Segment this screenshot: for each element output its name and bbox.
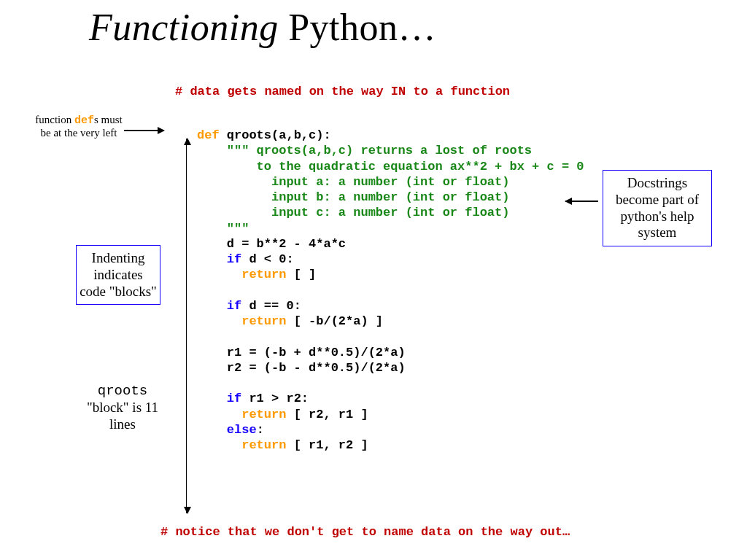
kw-def: def [197, 128, 220, 142]
def-placement-note: function defs must be at the very left [35, 114, 123, 140]
docstring-line: input a: a number (int or float) [197, 175, 509, 189]
kw-else: else [227, 423, 257, 437]
docstring-line: input b: a number (int or float) [197, 190, 509, 204]
docstring-end: """ [197, 222, 249, 236]
kw-if: if [227, 299, 241, 313]
indent [197, 408, 241, 421]
kw-return: return [241, 438, 286, 452]
indent [197, 299, 227, 313]
docstring-callout: Docstrings become part of python's help … [603, 170, 712, 246]
code-line: r1 = (-b + d**0.5)/(2*a) [197, 346, 406, 359]
ret-val: [ r2, r1 ] [286, 408, 368, 421]
title-rest: Python… [279, 7, 436, 48]
kw-return: return [241, 408, 286, 421]
def-keyword-inline: def [74, 114, 94, 127]
qroots-rest: "block" is 11 lines [87, 400, 158, 432]
bottom-comment: # notice that we don't get to name data … [160, 525, 570, 539]
indent [197, 252, 227, 266]
code-line: d = b**2 - 4*a*c [197, 237, 346, 251]
cond: d == 0: [241, 299, 301, 313]
kw-if: if [227, 252, 241, 266]
kw-return: return [241, 314, 286, 328]
kw-return: return [241, 268, 286, 281]
top-comment: # data gets named on the way IN to a fun… [175, 85, 510, 98]
indent [197, 268, 241, 281]
ret-val: [ r1, r2 ] [286, 438, 368, 452]
arrow-docstring-icon [565, 201, 598, 202]
cond: r1 > r2: [241, 392, 309, 405]
title-emphasis: Functioning [89, 7, 279, 48]
docstring-line: """ qroots(a,b,c) returns a lost of root… [197, 144, 532, 158]
block-extent-arrow-icon [186, 139, 187, 513]
indent [197, 423, 227, 437]
cond: d < 0: [241, 252, 293, 266]
code-line: r2 = (-b - d**0.5)/(2*a) [197, 361, 406, 375]
code-block: def qroots(a,b,c): """ qroots(a,b,c) ret… [197, 128, 584, 453]
docstring-line: input c: a number (int or float) [197, 206, 509, 219]
indenting-callout: Indenting indicates code "blocks" [76, 245, 160, 305]
slide-title: Functioning Python… [89, 6, 436, 49]
arrow-def-icon [124, 130, 164, 131]
ret-val: [ -b/(2*a) ] [286, 314, 383, 328]
ret-val: [ ] [286, 268, 316, 281]
indent [197, 438, 241, 452]
docstring-line: to the quadratic equation ax**2 + bx + c… [197, 160, 584, 174]
indent [197, 392, 227, 405]
def-note-pre: function [35, 114, 74, 125]
qroots-mono: qroots [98, 383, 147, 399]
defline-rest: qroots(a,b,c): [220, 128, 331, 142]
else-colon: : [257, 423, 264, 437]
kw-if: if [227, 392, 241, 405]
indent [197, 314, 241, 328]
block-length-note: qroots "block" is 11 lines [76, 382, 169, 432]
